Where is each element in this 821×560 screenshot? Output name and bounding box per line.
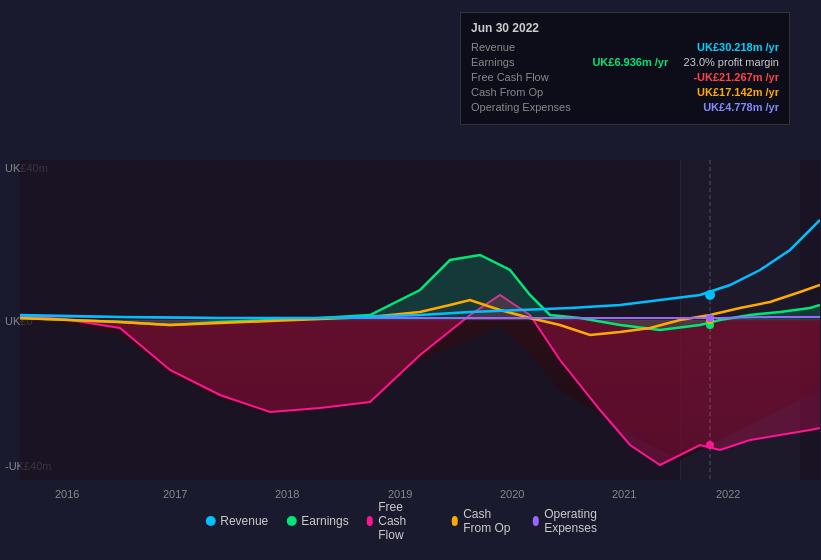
tooltip-label-cashop: Cash From Op (471, 86, 581, 98)
x-label-2018: 2018 (275, 488, 299, 500)
legend-dot-earnings (286, 516, 296, 526)
legend-dot-fcf (367, 516, 374, 526)
legend-label-fcf: Free Cash Flow (378, 500, 433, 542)
tooltip-box: Jun 30 2022 Revenue UK£30.218m /yr Earni… (460, 12, 790, 125)
tooltip-label-revenue: Revenue (471, 41, 581, 53)
x-label-2017: 2017 (163, 488, 187, 500)
chart-svg (20, 160, 820, 480)
svg-point-3 (705, 290, 715, 300)
tooltip-value-cashop: UK£17.142m /yr (697, 86, 779, 98)
tooltip-date: Jun 30 2022 (471, 21, 779, 35)
tooltip-row-opex: Operating Expenses UK£4.778m /yr (471, 101, 779, 113)
x-label-2016: 2016 (55, 488, 79, 500)
legend-label-cashop: Cash From Op (463, 507, 514, 535)
tooltip-margin: 23.0% profit margin (684, 56, 779, 68)
tooltip-label-opex: Operating Expenses (471, 101, 581, 113)
legend-item-cashop[interactable]: Cash From Op (452, 507, 515, 535)
legend: Revenue Earnings Free Cash Flow Cash Fro… (205, 500, 616, 542)
tooltip-value-revenue: UK£30.218m /yr (697, 41, 779, 53)
tooltip-row-fcf: Free Cash Flow -UK£21.267m /yr (471, 71, 779, 83)
legend-label-earnings: Earnings (301, 514, 348, 528)
x-label-2020: 2020 (500, 488, 524, 500)
legend-dot-revenue (205, 516, 215, 526)
tooltip-label-earnings: Earnings (471, 56, 581, 68)
tooltip-value-earnings: UK£6.936m /yr (592, 56, 668, 68)
x-label-2022: 2022 (716, 488, 740, 500)
legend-dot-opex (533, 516, 540, 526)
legend-label-revenue: Revenue (220, 514, 268, 528)
svg-point-5 (706, 441, 714, 449)
x-label-2019: 2019 (388, 488, 412, 500)
tooltip-row-cashop: Cash From Op UK£17.142m /yr (471, 86, 779, 98)
legend-item-revenue[interactable]: Revenue (205, 514, 268, 528)
tooltip-row-revenue: Revenue UK£30.218m /yr (471, 41, 779, 53)
svg-point-7 (706, 314, 714, 322)
legend-item-earnings[interactable]: Earnings (286, 514, 348, 528)
legend-item-opex[interactable]: Operating Expenses (533, 507, 616, 535)
x-label-2021: 2021 (612, 488, 636, 500)
tooltip-label-fcf: Free Cash Flow (471, 71, 581, 83)
chart-container: Jun 30 2022 Revenue UK£30.218m /yr Earni… (0, 0, 821, 560)
legend-item-fcf[interactable]: Free Cash Flow (367, 500, 434, 542)
tooltip-row-earnings: Earnings UK£6.936m /yr 23.0% profit marg… (471, 56, 779, 68)
legend-label-opex: Operating Expenses (544, 507, 616, 535)
tooltip-value-fcf: -UK£21.267m /yr (693, 71, 779, 83)
legend-dot-cashop (452, 516, 459, 526)
tooltip-value-opex: UK£4.778m /yr (703, 101, 779, 113)
